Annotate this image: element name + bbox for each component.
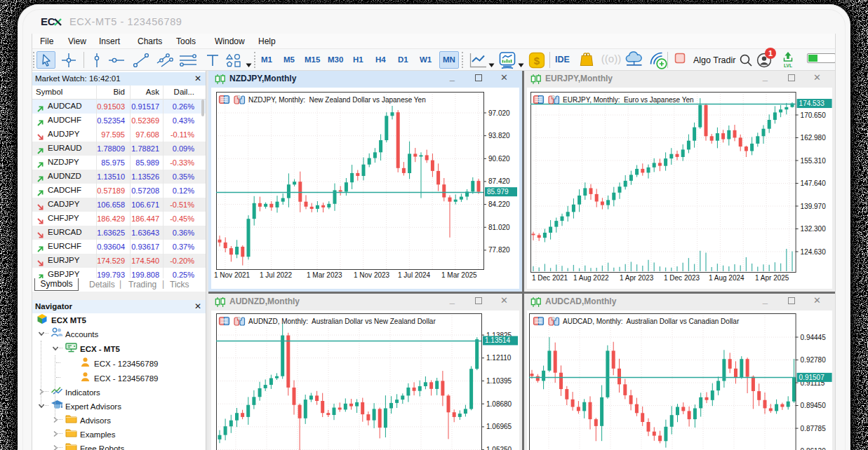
svg-text:EURJPY, Monthly: Euro vs Japa: EURJPY, Monthly: Euro vs Japanese Yen [563,96,694,104]
svg-text:124.630: 124.630 [801,248,827,256]
svg-text:1.10395: 1.10395 [486,377,512,385]
svg-text:0.86120: 0.86120 [801,447,827,450]
svg-text:77.820: 77.820 [488,246,510,254]
svg-text:LVL: LVL [784,63,792,68]
svg-text:0.94445: 0.94445 [801,334,827,341]
svg-text:1 Apr 2025: 1 Apr 2025 [755,274,789,282]
svg-text:87.420: 87.420 [488,177,510,185]
svg-text:1 Jul 2024: 1 Jul 2024 [398,271,431,279]
svg-text:162.980: 162.980 [801,134,827,142]
svg-text:147.640: 147.640 [801,179,827,187]
svg-text:174.533: 174.533 [799,100,825,107]
svg-text:1 Mar 2023: 1 Mar 2023 [307,271,342,279]
svg-text:85.979: 85.979 [487,188,509,196]
svg-text:1 Jul 2022: 1 Jul 2022 [260,271,293,279]
svg-text:132.300: 132.300 [801,225,827,233]
svg-text:1.13514: 1.13514 [485,336,511,344]
svg-text:1 Nov 2021: 1 Nov 2021 [214,271,251,279]
svg-text:1.08680: 1.08680 [486,400,512,408]
svg-text:AUDNZD, Monthly: Australian D: AUDNZD, Monthly: Australian Dollar vs Ne… [248,318,436,325]
svg-text:84.220: 84.220 [488,200,510,208]
svg-text:1 Mar 2025: 1 Mar 2025 [441,271,477,279]
svg-text:0.89450: 0.89450 [801,402,827,409]
svg-text:1.05250: 1.05250 [486,446,512,450]
svg-text:97.020: 97.020 [488,109,510,117]
svg-text:0.87785: 0.87785 [801,425,827,432]
svg-text:1 Dec 2021: 1 Dec 2021 [532,274,568,282]
svg-text:0.92780: 0.92780 [801,356,827,364]
svg-text:1.12110: 1.12110 [486,354,512,362]
svg-text:NZDJPY, Monthly: New Zealand: NZDJPY, Monthly: New Zealand Dollar vs J… [248,96,426,104]
svg-text:170.650: 170.650 [801,111,827,119]
svg-text:90.620: 90.620 [488,155,510,163]
svg-text:81.020: 81.020 [488,224,510,231]
svg-text:1 Apr 2023: 1 Apr 2023 [620,274,654,282]
svg-text:AUDCAD, Monthly: Australian D: AUDCAD, Monthly: Australian Dollar vs Ca… [563,318,740,325]
svg-text:0.91507: 0.91507 [799,374,825,381]
svg-text:139.970: 139.970 [801,203,827,210]
svg-text:1 Aug 2022: 1 Aug 2022 [573,274,609,282]
svg-text:1 Nov 2023: 1 Nov 2023 [354,271,390,279]
svg-text:1 Dec 2023: 1 Dec 2023 [664,274,700,282]
svg-text:93.820: 93.820 [488,132,510,139]
svg-text:155.310: 155.310 [801,157,827,165]
svg-text:1 Aug 2024: 1 Aug 2024 [709,274,745,282]
svg-text:$: $ [534,55,540,67]
svg-text:((o)): ((o)) [601,53,621,64]
svg-text:1.06965: 1.06965 [486,423,512,430]
